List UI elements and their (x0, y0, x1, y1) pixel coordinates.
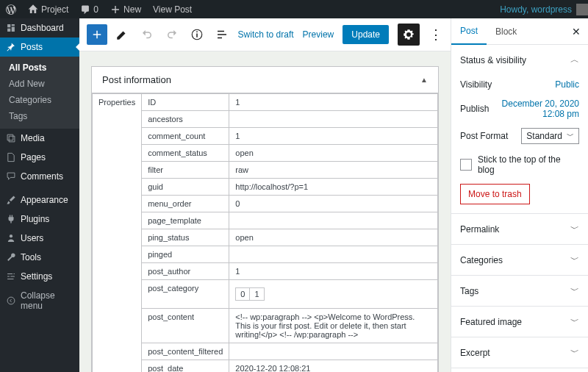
switch-to-draft[interactable]: Switch to draft (238, 29, 294, 40)
panel-head-permalink[interactable]: Permalink ﹀ (451, 214, 588, 244)
property-key: comment_count (142, 128, 229, 145)
settings-toggle[interactable] (398, 24, 420, 46)
list-icon (215, 28, 229, 41)
undo-button[interactable] (137, 24, 157, 45)
publish-label: Publish (460, 104, 489, 114)
sidebar-label: Settings (21, 271, 52, 282)
panel-discussion: Discussion ﹀ (451, 368, 588, 372)
svg-point-1 (7, 297, 15, 304)
sidebar-item-comments[interactable]: Comments (0, 167, 79, 186)
sticky-checkbox[interactable] (460, 159, 472, 171)
submenu-tags[interactable]: Tags (0, 108, 79, 124)
wordpress-icon (6, 4, 16, 15)
post-info-block[interactable]: Post information ▲ PropertiesID1ancestor… (91, 66, 439, 372)
avatar[interactable] (576, 4, 588, 15)
sidebar-item-posts[interactable]: Posts (0, 37, 79, 57)
format-select[interactable]: Standard ﹀ (521, 128, 579, 144)
submenu-categories[interactable]: Categories (0, 92, 79, 108)
sidebar-item-pages[interactable]: Pages (0, 148, 79, 167)
property-value: 1 (229, 128, 438, 145)
tab-post[interactable]: Post (451, 18, 487, 45)
site-home[interactable]: Project (22, 0, 74, 18)
comments-bubble[interactable]: 0 (74, 0, 104, 18)
sticky-label: Stick to the top of the blog (478, 154, 579, 175)
property-value: open (229, 145, 438, 162)
table-row: ping_statusopen (93, 229, 438, 246)
block-header[interactable]: Post information ▲ (92, 67, 438, 93)
panel-head-excerpt[interactable]: Excerpt ﹀ (451, 337, 588, 368)
visibility-label: Visibility (460, 79, 492, 90)
panel-head-featured[interactable]: Featured image ﹀ (451, 307, 588, 337)
tab-block[interactable]: Block (487, 19, 526, 44)
publish-value[interactable]: December 20, 2020 12:08 pm (498, 99, 579, 119)
move-to-trash[interactable]: Move to trash (460, 184, 530, 204)
table-row: post_author1 (93, 263, 438, 280)
comment-icon (6, 171, 16, 182)
sidebar-label: Posts (21, 42, 43, 52)
view-post[interactable]: View Post (147, 0, 198, 18)
panel-head-categories[interactable]: Categories ﹀ (451, 245, 588, 275)
update-button[interactable]: Update (343, 25, 389, 44)
sticky-row[interactable]: Stick to the top of the blog (460, 149, 579, 184)
submenu-add-new[interactable]: Add New (0, 76, 79, 92)
sidebar-label: Pages (21, 152, 46, 162)
caret-up-icon: ▲ (420, 76, 428, 84)
admin-bar-left: Project 0 New View Post (0, 0, 198, 18)
sidebar-label: Plugins (21, 214, 49, 224)
media-icon (6, 133, 16, 143)
add-block-button[interactable] (87, 24, 107, 45)
redo-button[interactable] (162, 24, 182, 45)
close-settings[interactable]: ✕ (564, 26, 588, 37)
property-key: post_author (142, 263, 229, 280)
sidebar-item-media[interactable]: Media (0, 129, 79, 148)
sidebar-collapse[interactable]: Collapse menu (0, 286, 79, 315)
editor-canvas[interactable]: Post information ▲ PropertiesID1ancestor… (79, 51, 451, 372)
visibility-value[interactable]: Public (555, 79, 579, 90)
panel-title: Status & visibility (460, 55, 526, 65)
panel-title: Permalink (460, 224, 499, 235)
sidebar-label: Collapse menu (21, 290, 74, 311)
sidebar-item-settings[interactable]: Settings (0, 267, 79, 286)
new-content[interactable]: New (104, 0, 147, 18)
property-key: post_content_filtered (142, 343, 229, 360)
sidebar-item-users[interactable]: Users (0, 229, 79, 248)
redo-icon (165, 28, 179, 41)
table-row: post_date2020-12-20 12:08:21 (93, 360, 438, 373)
table-row: page_template (93, 212, 438, 229)
pin-icon (6, 42, 16, 52)
property-value: http://localhost/?p=1 (229, 179, 438, 196)
format-value: Standard (526, 131, 562, 141)
category-array: 01 (235, 287, 264, 301)
property-key: menu_order (142, 196, 229, 212)
panel-title: Featured image (460, 317, 522, 327)
sidebar-item-plugins[interactable]: Plugins (0, 210, 79, 229)
category-value: 1 (250, 288, 263, 300)
sidebar-item-dashboard[interactable]: Dashboard (0, 18, 79, 37)
panel-head-tags[interactable]: Tags ﹀ (451, 276, 588, 306)
panel-permalink: Permalink ﹀ (451, 214, 588, 245)
sidebar-item-appearance[interactable]: Appearance (0, 190, 79, 210)
howdy[interactable]: Howdy, wordpress (495, 4, 576, 15)
submenu-all-posts[interactable]: All Posts (0, 60, 79, 76)
wp-logo[interactable] (0, 0, 22, 18)
settings-panel: Post Block ✕ Status & visibility ︿ Visib… (451, 18, 588, 372)
chevron-down-icon: ﹀ (567, 131, 574, 141)
sidebar-item-tools[interactable]: Tools (0, 248, 79, 267)
block-title: Post information (102, 74, 171, 85)
info-button[interactable] (187, 24, 207, 45)
publish-row: Publish December 20, 2020 12:08 pm (460, 94, 579, 124)
edit-mode-button[interactable] (112, 24, 132, 45)
preview-button[interactable]: Preview (303, 29, 334, 40)
property-key: comment_status (142, 145, 229, 162)
panel-categories: Categories ﹀ (451, 245, 588, 276)
panel-status: Status & visibility ︿ Visibility Public … (451, 45, 588, 214)
info-icon (190, 28, 204, 41)
properties-label: Properties (93, 94, 142, 373)
panel-head-discussion[interactable]: Discussion ﹀ (451, 368, 588, 372)
sliders-icon (6, 271, 16, 282)
panel-head-status[interactable]: Status & visibility ︿ (451, 45, 588, 75)
comments-count: 0 (93, 4, 98, 15)
plus-icon (90, 28, 104, 41)
outline-button[interactable] (212, 24, 232, 45)
more-menu[interactable]: ⋮ (429, 26, 443, 43)
